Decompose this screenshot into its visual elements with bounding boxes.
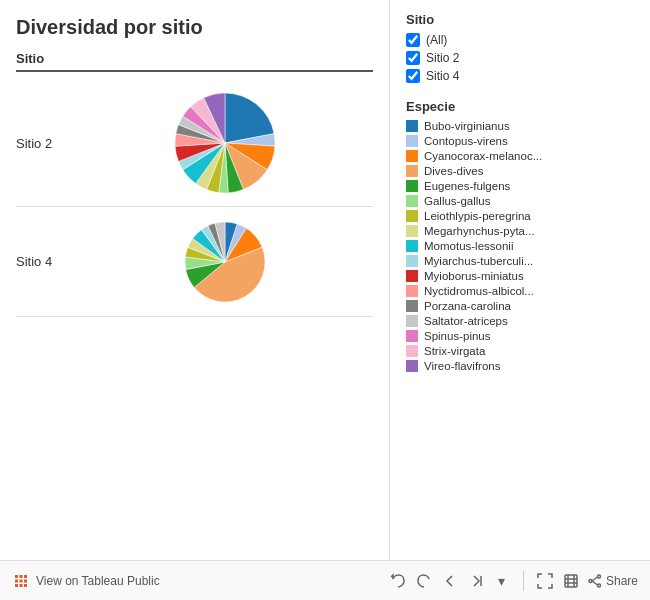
page-title: Diversidad por sitio (16, 16, 373, 39)
svg-rect-4 (20, 579, 23, 582)
legend-color-swatch (406, 225, 418, 237)
legend-item-label: Momotus-lessonii (424, 240, 513, 252)
legend-item: Dives-dives (406, 165, 634, 177)
legend-item: Saltator-atriceps (406, 315, 634, 327)
svg-point-16 (597, 584, 600, 587)
svg-rect-0 (15, 575, 18, 578)
svg-rect-6 (15, 584, 18, 587)
legend-item-label: Nyctidromus-albicol... (424, 285, 534, 297)
forward-button[interactable] (467, 572, 485, 590)
right-panel: Sitio (All)Sitio 2Sitio 4 Especie Bubo-v… (390, 0, 650, 560)
legend-color-swatch (406, 285, 418, 297)
legend-item-label: Leiothlypis-peregrina (424, 210, 531, 222)
legend-color-swatch (406, 255, 418, 267)
redo-button[interactable] (415, 572, 433, 590)
legend-color-swatch (406, 210, 418, 222)
legend-color-swatch (406, 330, 418, 342)
legend-item: Leiothlypis-peregrina (406, 210, 634, 222)
site-row-sitio2: Sitio 2 (16, 80, 373, 207)
legend-color-swatch (406, 270, 418, 282)
legend-item-label: Gallus-gallus (424, 195, 490, 207)
legend-item: Porzana-carolina (406, 300, 634, 312)
legend-item: Myiarchus-tuberculi... (406, 255, 634, 267)
legend-item-label: Eugenes-fulgens (424, 180, 510, 192)
svg-rect-2 (24, 575, 27, 578)
filter-options: (All)Sitio 2Sitio 4 (406, 33, 634, 83)
legend-color-swatch (406, 135, 418, 147)
filter-checkbox-label: Sitio 4 (426, 69, 459, 83)
filter-section: Sitio (All)Sitio 2Sitio 4 (406, 12, 634, 83)
legend-item-label: Bubo-virginianus (424, 120, 510, 132)
left-panel: Diversidad por sitio Sitio Sitio 2 Sitio… (0, 0, 390, 560)
back-button[interactable] (441, 572, 459, 590)
svg-rect-5 (24, 579, 27, 582)
download-button[interactable] (562, 572, 580, 590)
svg-rect-1 (20, 575, 23, 578)
share-label: Share (606, 574, 638, 588)
share-icon (588, 574, 602, 588)
filter-checkbox[interactable] (406, 51, 420, 65)
legend-color-swatch (406, 180, 418, 192)
legend-item: Eugenes-fulgens (406, 180, 634, 192)
svg-rect-7 (20, 584, 23, 587)
legend-item: Gallus-gallus (406, 195, 634, 207)
undo-button[interactable] (389, 572, 407, 590)
legend-item-label: Spinus-pinus (424, 330, 490, 342)
legend-item: Cyanocorax-melanoc... (406, 150, 634, 162)
svg-point-17 (589, 579, 592, 582)
filter-checkbox[interactable] (406, 69, 420, 83)
tableau-link[interactable]: View on Tableau Public (12, 572, 160, 590)
pie-chart-sitio4 (180, 217, 270, 307)
legend-item-label: Dives-dives (424, 165, 483, 177)
legend-item-label: Saltator-atriceps (424, 315, 508, 327)
site-label-sitio2: Sitio 2 (16, 136, 76, 151)
legend-item-label: Porzana-carolina (424, 300, 511, 312)
share-button[interactable]: Share (588, 574, 638, 588)
svg-rect-8 (24, 584, 27, 587)
legend-item-label: Megarhynchus-pyta... (424, 225, 535, 237)
svg-rect-10 (565, 575, 577, 587)
fullscreen-button[interactable] (536, 572, 554, 590)
legend-item: Nyctidromus-albicol... (406, 285, 634, 297)
pie-chart-sitio2 (170, 88, 280, 198)
tableau-link-label: View on Tableau Public (36, 574, 160, 588)
legend-item-label: Vireo-flavifrons (424, 360, 501, 372)
legend-item-label: Strix-virgata (424, 345, 485, 357)
legend-color-swatch (406, 165, 418, 177)
legend-color-swatch (406, 120, 418, 132)
site-label-sitio4: Sitio 4 (16, 254, 76, 269)
toolbar-separator (523, 571, 524, 591)
legend-color-swatch (406, 150, 418, 162)
legend-color-swatch (406, 345, 418, 357)
legend-item: Spinus-pinus (406, 330, 634, 342)
chart-area-sitio2 (76, 88, 373, 198)
filter-checkbox[interactable] (406, 33, 420, 47)
legend-color-swatch (406, 300, 418, 312)
tableau-icon (12, 572, 30, 590)
legend-item: Momotus-lessonii (406, 240, 634, 252)
site-row-sitio4: Sitio 4 (16, 207, 373, 317)
legend-item-label: Myioborus-miniatus (424, 270, 524, 282)
legend-item-label: Contopus-virens (424, 135, 508, 147)
legend-section: Especie Bubo-virginianusContopus-virensC… (406, 99, 634, 372)
svg-rect-3 (15, 579, 18, 582)
svg-line-19 (592, 581, 598, 585)
legend-item-label: Cyanocorax-melanoc... (424, 150, 542, 162)
svg-line-18 (592, 577, 598, 581)
dropdown-button[interactable]: ▾ (493, 572, 511, 590)
legend-item: Contopus-virens (406, 135, 634, 147)
chart-area-sitio4 (76, 217, 373, 307)
filter-checkbox-item[interactable]: Sitio 2 (406, 51, 634, 65)
filter-checkbox-item[interactable]: Sitio 4 (406, 69, 634, 83)
legend-color-swatch (406, 315, 418, 327)
filter-checkbox-label: (All) (426, 33, 447, 47)
bottom-toolbar: View on Tableau Public ▾ (0, 560, 650, 600)
legend-item-label: Myiarchus-tuberculi... (424, 255, 533, 267)
filter-checkbox-item[interactable]: (All) (406, 33, 634, 47)
legend-item: Megarhynchus-pyta... (406, 225, 634, 237)
main-container: Diversidad por sitio Sitio Sitio 2 Sitio… (0, 0, 650, 560)
filter-checkbox-label: Sitio 2 (426, 51, 459, 65)
left-section-header: Sitio (16, 51, 373, 72)
legend-item: Vireo-flavifrons (406, 360, 634, 372)
legend-color-swatch (406, 240, 418, 252)
